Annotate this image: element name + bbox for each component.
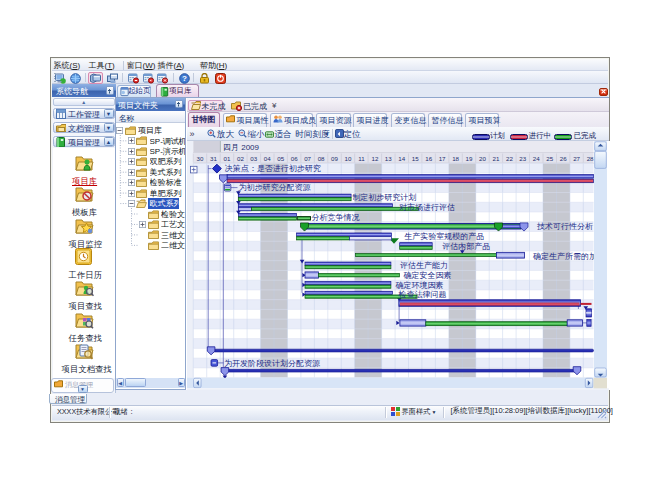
svg-text:检查法律问题: 检查法律问题: [397, 290, 446, 299]
svg-text:15: 15: [411, 155, 418, 162]
svg-text:06: 06: [290, 155, 297, 162]
svg-text:评估内部产品: 评估内部产品: [442, 242, 490, 251]
svg-text:生产实验室规模的产品: 生产实验室规模的产品: [404, 232, 484, 241]
svg-text:07: 07: [304, 155, 311, 162]
svg-text:决策点：是否进行初步研究: 决策点：是否进行初步研究: [224, 164, 320, 173]
svg-text:30: 30: [196, 155, 203, 162]
svg-text:为开发阶段设计划分配资源: 为开发阶段设计划分配资源: [223, 359, 320, 368]
svg-text:04: 04: [263, 155, 270, 162]
svg-text:08: 08: [317, 155, 324, 162]
svg-text:?: ?: [182, 74, 187, 83]
svg-text:四月 2009: 四月 2009: [223, 143, 260, 152]
svg-text:分析竞争情况: 分析竞争情况: [311, 213, 359, 222]
svg-text:技术可行性分析: 技术可行性分析: [536, 222, 593, 231]
svg-text:13: 13: [384, 155, 391, 162]
svg-text:确定安全因素: 确定安全因素: [402, 271, 451, 280]
svg-text:03: 03: [250, 155, 257, 162]
svg-text:18: 18: [452, 155, 459, 162]
svg-text:31: 31: [210, 155, 217, 162]
svg-text:16: 16: [425, 155, 432, 162]
svg-text:14: 14: [398, 155, 405, 162]
svg-text:19: 19: [465, 155, 472, 162]
svg-text:05: 05: [277, 155, 284, 162]
svg-text:26: 26: [559, 155, 566, 162]
svg-text:25: 25: [546, 155, 553, 162]
svg-text:20: 20: [479, 155, 486, 162]
svg-text:21: 21: [492, 155, 499, 162]
svg-text:28: 28: [586, 155, 593, 162]
svg-text:09: 09: [331, 155, 338, 162]
svg-text:02: 02: [236, 155, 243, 162]
svg-text:为初步研究分配资源: 为初步研究分配资源: [238, 183, 311, 192]
svg-text:22: 22: [505, 155, 512, 162]
svg-text:23: 23: [519, 155, 526, 162]
svg-text:确定环境因素: 确定环境因素: [394, 281, 443, 290]
svg-text:11: 11: [358, 155, 365, 162]
svg-text:24: 24: [532, 155, 539, 162]
svg-text:17: 17: [438, 155, 445, 162]
svg-text:12: 12: [371, 155, 378, 162]
svg-text:制定初步研究计划: 制定初步研究计划: [352, 193, 416, 202]
svg-text:评估生产能力: 评估生产能力: [400, 261, 448, 270]
svg-text:01: 01: [223, 155, 230, 162]
svg-text:对市场进行评估: 对市场进行评估: [399, 203, 455, 212]
svg-text:27: 27: [573, 155, 580, 162]
svg-text:10: 10: [344, 155, 351, 162]
